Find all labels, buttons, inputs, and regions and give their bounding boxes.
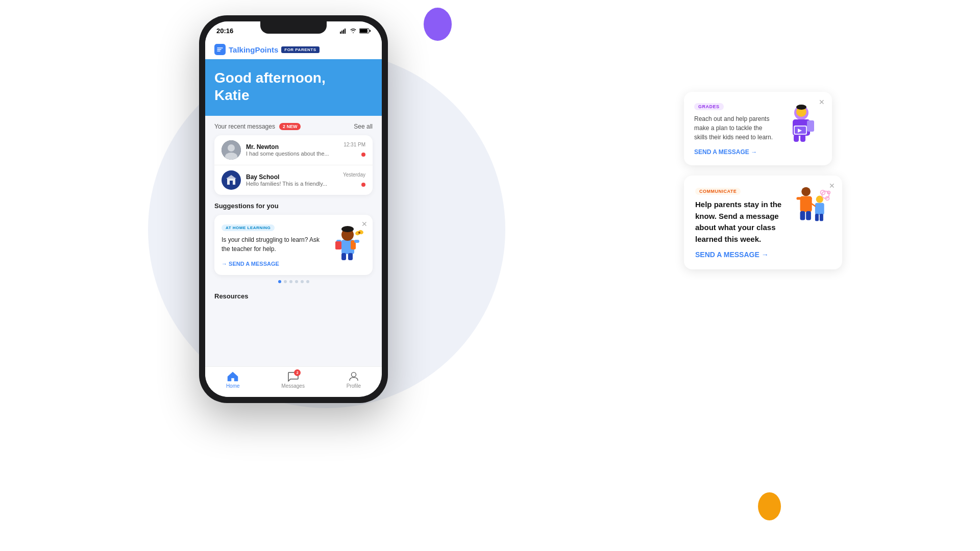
nav-item-profile[interactable]: Profile — [347, 371, 361, 389]
purple-decoration — [424, 8, 452, 41]
unread-dot-school — [361, 183, 365, 187]
svg-rect-44 — [815, 203, 824, 215]
messages-nav-label: Messages — [281, 383, 305, 389]
hero-section: Good afternoon, Katie — [205, 59, 382, 116]
communicate-send-link[interactable]: SEND A MESSAGE → — [695, 251, 769, 259]
communicate-tag: COMMUNICATE — [695, 188, 741, 195]
svg-rect-35 — [794, 135, 799, 142]
grades-card-illustration — [781, 101, 822, 142]
communicate-card-illustration — [790, 186, 831, 227]
signal-icon — [340, 28, 347, 34]
message-meta: 12:31 PM — [344, 142, 365, 159]
status-icons — [340, 28, 371, 34]
communicate-card-close[interactable]: ✕ — [829, 182, 835, 190]
unread-dot — [361, 153, 365, 157]
new-messages-badge: 2 NEW — [279, 123, 301, 130]
svg-rect-5 — [360, 29, 368, 33]
grades-send-link[interactable]: SEND A MESSAGE → — [694, 148, 757, 156]
dot-6 — [306, 280, 309, 283]
svg-rect-3 — [345, 29, 346, 34]
svg-rect-42 — [806, 211, 811, 220]
status-time: 20:16 — [216, 27, 233, 35]
svg-rect-1 — [341, 31, 342, 34]
svg-rect-6 — [370, 30, 371, 32]
pagination-dots — [214, 275, 373, 288]
svg-line-47 — [812, 204, 815, 206]
svg-rect-45 — [815, 214, 819, 221]
talking-points-icon — [216, 46, 224, 53]
yellow-decoration — [758, 492, 781, 520]
message-item-bayschool[interactable]: Bay School Hello families! This is a fri… — [214, 165, 373, 195]
for-parents-badge: FOR PARENTS — [281, 46, 319, 53]
suggestion-close-button[interactable]: ✕ — [361, 220, 368, 228]
grades-tag: GRADES — [694, 103, 724, 110]
svg-rect-36 — [800, 135, 805, 142]
svg-marker-12 — [226, 175, 236, 179]
svg-rect-13 — [230, 181, 233, 185]
nav-item-messages[interactable]: 2 Messages — [281, 371, 305, 389]
communicate-card-content: COMMUNICATE Help parents stay in the kno… — [695, 186, 783, 259]
reading-girl-illustration — [782, 100, 821, 143]
svg-rect-22 — [335, 241, 341, 249]
message-content-newton: Mr. Newton I had some questions about th… — [246, 143, 338, 157]
messages-badge: 2 — [294, 369, 301, 376]
teacher-avatar — [222, 140, 241, 160]
message-time-school: Yesterday — [343, 172, 365, 178]
communicate-card-text: Help parents stay in the know. Send a me… — [695, 199, 783, 245]
suggestions-title: Suggestions for you — [214, 202, 373, 210]
sender-name-school: Bay School — [246, 173, 338, 181]
svg-rect-20 — [341, 253, 346, 260]
grades-card: GRADES Reach out and help parents make a… — [684, 92, 832, 165]
battery-icon — [359, 28, 371, 34]
message-preview: I had some questions about the... — [246, 151, 338, 157]
resources-title: Resources — [214, 292, 373, 300]
svg-rect-40 — [806, 197, 812, 199]
svg-rect-21 — [348, 253, 353, 260]
messages-card: Mr. Newton I had some questions about th… — [214, 135, 373, 195]
messages-header: Your recent messages 2 NEW See all — [214, 123, 373, 130]
profile-icon — [348, 371, 359, 382]
bottom-navigation: Home 2 Messages — [205, 366, 382, 397]
hero-greeting: Good afternoon, Katie — [214, 69, 373, 104]
message-preview-school: Hello families! This is a friendly... — [246, 181, 338, 187]
svg-rect-2 — [343, 30, 344, 34]
dot-4 — [295, 280, 298, 283]
svg-rect-19 — [354, 240, 359, 243]
svg-point-9 — [228, 144, 235, 152]
phone-mockup: 20:16 — [199, 15, 388, 403]
svg-point-37 — [801, 187, 811, 196]
suggestion-text: Is your child struggling to learn? Ask t… — [222, 235, 325, 254]
suggestion-send-link[interactable]: → SEND A MESSAGE — [222, 261, 279, 267]
message-item-newton[interactable]: Mr. Newton I had some questions about th… — [214, 135, 373, 165]
messages-section: Your recent messages 2 NEW See all — [205, 116, 382, 195]
parent-child-illustration — [790, 181, 831, 232]
see-all-link[interactable]: See all — [354, 123, 373, 130]
grades-card-content: GRADES Reach out and help parents make a… — [694, 101, 774, 156]
messages-nav-icon: 2 — [287, 371, 299, 382]
status-bar: 20:16 — [205, 21, 382, 40]
svg-point-34 — [796, 105, 806, 110]
school-building-icon — [226, 174, 237, 186]
message-time: 12:31 PM — [344, 142, 365, 147]
app-header: TalkingPoints FOR PARENTS — [205, 40, 382, 59]
grades-card-close[interactable]: ✕ — [819, 98, 825, 106]
dot-3 — [289, 280, 292, 283]
phone-screen: 20:16 — [205, 21, 382, 397]
nav-item-home[interactable]: Home — [226, 371, 240, 389]
app-logo-text: TalkingPoints — [229, 45, 278, 54]
suggestion-illustration — [330, 222, 365, 263]
svg-rect-46 — [820, 214, 823, 221]
suggestion-tag: AT HOME LEARNING — [222, 224, 275, 231]
profile-nav-label: Profile — [347, 383, 361, 389]
messages-section-title: Your recent messages — [214, 123, 275, 130]
phone-frame: 20:16 — [199, 15, 388, 403]
suggestion-card: AT HOME LEARNING Is your child strugglin… — [214, 215, 373, 275]
profile-nav-icon — [348, 371, 360, 382]
suggestion-content: AT HOME LEARNING Is your child strugglin… — [222, 222, 325, 268]
dot-1 — [278, 280, 281, 283]
notch — [260, 21, 327, 34]
message-meta-school: Yesterday — [343, 172, 365, 189]
wifi-icon — [350, 28, 357, 34]
suggestions-section: Suggestions for you AT HOME LEARNING Is … — [205, 195, 382, 288]
dot-2 — [284, 280, 287, 283]
